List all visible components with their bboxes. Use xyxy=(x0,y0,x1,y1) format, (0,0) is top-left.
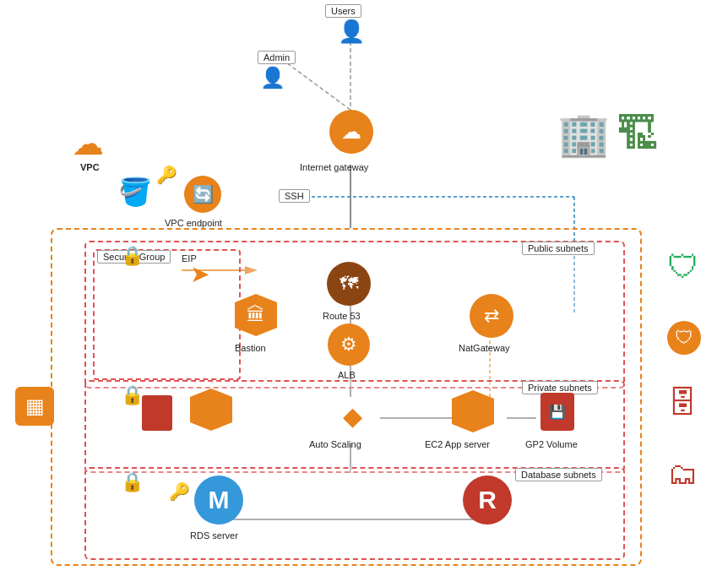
public-subnets-label: Public subnets xyxy=(522,242,595,255)
ec2-app-server-icon xyxy=(452,390,494,432)
auto-scaling-icon: ◆ xyxy=(334,397,371,434)
aws-private-icon xyxy=(190,389,232,431)
building-icon-2: 🏗 xyxy=(617,110,659,159)
security-group-box xyxy=(93,249,241,380)
orange-shield-icon: 🛡 xyxy=(667,321,701,355)
key-icon-db: 🔑 xyxy=(169,481,190,502)
alb-label: ALB xyxy=(338,370,356,380)
alb-icon: ⚙ xyxy=(328,323,370,366)
users-label: Users xyxy=(325,4,361,18)
grid-icon: ▦ xyxy=(15,387,54,426)
key-icon-vpc: 🔑 xyxy=(156,165,177,185)
building-icon-1: 🏢 xyxy=(557,110,610,159)
bastion-label: Bastion xyxy=(235,343,266,353)
nat-gateway-label: NatGateway xyxy=(459,343,510,353)
users-icon: 👤 xyxy=(338,19,365,45)
route53-icon: 🗺 xyxy=(327,262,371,306)
auto-scaling-label: Auto Scaling xyxy=(309,439,361,449)
lock-icon-private: 🔒 xyxy=(121,384,144,406)
vpc-endpoint-icon: 🔄 xyxy=(184,176,221,213)
internet-gateway-icon: ☁ xyxy=(329,110,373,154)
vpc-cloud-icon: ☁ xyxy=(72,125,104,162)
stack-icon: 🗂 xyxy=(667,456,698,492)
gp2-volume-label: GP2 Volume xyxy=(525,439,578,449)
mongodb-icon: M xyxy=(194,476,243,524)
vpc-endpoint-label: VPC endpoint xyxy=(165,218,222,228)
ssh-label: SSH xyxy=(279,189,310,203)
ec2-app-server-label: EC2 App server xyxy=(425,439,490,449)
lock-icon-public: 🔒 xyxy=(121,245,144,267)
database-subnets-label: Database subnets xyxy=(515,468,602,481)
firewall-icon: 🪣 xyxy=(118,176,152,208)
bastion-icon-inner: 🏛 xyxy=(235,294,277,336)
rds-server-label: RDS server xyxy=(190,530,238,541)
route53-label: Route 53 xyxy=(323,311,361,321)
lock-icon-db: 🔒 xyxy=(121,471,144,493)
admin-icon: 👤 xyxy=(260,66,285,90)
eip-arrow-icon: ➤ xyxy=(190,260,209,288)
gp2-volume-icon: 💾 xyxy=(541,393,574,431)
svg-line-1 xyxy=(287,63,350,110)
nat-gateway-icon: ⇄ xyxy=(470,294,513,338)
red-db-icon: 🗄 xyxy=(667,385,698,421)
redis-icon: R xyxy=(463,476,512,524)
private-task-icon xyxy=(142,395,172,431)
green-shield-icon: 🛡 xyxy=(667,249,699,285)
internet-gateway-label: Internet gateway xyxy=(300,162,368,172)
architecture-diagram: Users 👤 Admin 👤 ☁ Internet gateway ☁ VPC… xyxy=(0,0,728,587)
vpc-label: VPC xyxy=(80,162,100,172)
admin-label: Admin xyxy=(258,51,296,64)
